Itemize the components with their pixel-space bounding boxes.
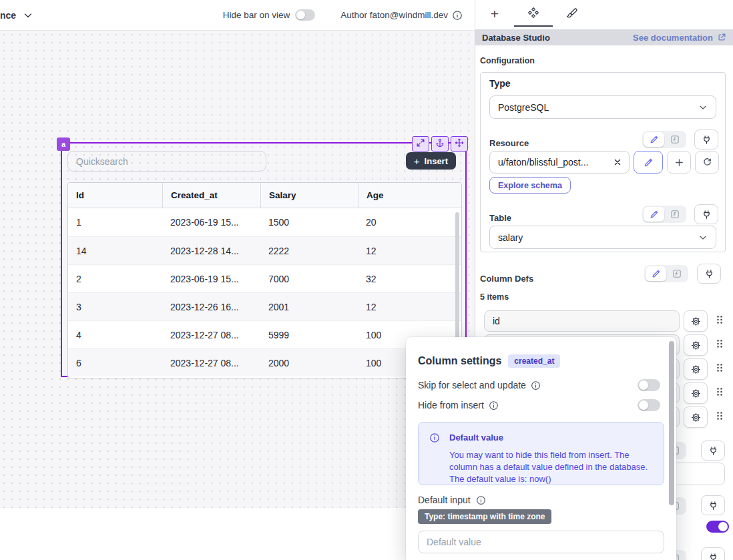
- table-cell: 2: [68, 265, 162, 292]
- external-link-icon: [717, 33, 726, 42]
- column-header[interactable]: Id: [68, 183, 162, 208]
- eval-mode-button[interactable]: [664, 132, 685, 147]
- info-icon[interactable]: [452, 10, 463, 21]
- table-row[interactable]: 22023-06-19 15...700032: [68, 264, 461, 292]
- tab-insert-component[interactable]: +: [475, 0, 514, 27]
- table-row[interactable]: 12023-06-19 15...150020: [68, 208, 461, 236]
- column-header[interactable]: Created_at: [162, 183, 260, 208]
- table-select[interactable]: salary: [489, 226, 716, 249]
- info-icon[interactable]: [489, 400, 499, 410]
- plug-icon: [708, 501, 718, 511]
- table-cell: 2023-06-19 15...: [162, 265, 260, 292]
- column-def-input[interactable]: id: [484, 310, 680, 332]
- data-table: IdCreated_atSalaryAge 12023-06-19 15...1…: [67, 182, 462, 378]
- connect-button[interactable]: [701, 441, 725, 461]
- grip-icon: [714, 338, 725, 349]
- quicksearch-input[interactable]: [67, 151, 266, 172]
- edit-resource-button[interactable]: [634, 151, 663, 174]
- table-label: Table: [489, 213, 511, 223]
- drag-handle[interactable]: [714, 362, 725, 376]
- expand-button[interactable]: [412, 136, 429, 152]
- component-id-tag[interactable]: a: [57, 137, 70, 151]
- static-mode-button[interactable]: [644, 132, 664, 147]
- modal-scrollbar[interactable]: [669, 341, 674, 505]
- info-icon[interactable]: [476, 495, 486, 505]
- drag-handle[interactable]: [714, 410, 725, 424]
- component-controls: [412, 136, 468, 152]
- chevron-down-icon: [698, 103, 708, 112]
- table-row[interactable]: 62023-12-27 08...2000100: [68, 348, 461, 376]
- connect-button[interactable]: [701, 495, 725, 515]
- author-label: Author faton@windmill.dev: [340, 10, 448, 20]
- hide-from-insert-toggle[interactable]: [638, 399, 660, 411]
- table-row[interactable]: 142023-12-28 14...222212: [68, 236, 461, 264]
- see-documentation-link[interactable]: See documentation: [633, 33, 726, 43]
- eval-mode-button[interactable]: [664, 207, 685, 222]
- resource-mode-group: [642, 131, 686, 148]
- column-header[interactable]: Age: [358, 183, 461, 208]
- app-name-menu[interactable]: nce: [0, 10, 33, 21]
- static-mode-button[interactable]: [646, 266, 666, 281]
- coldefs-connect-button[interactable]: [697, 264, 721, 284]
- add-resource-button[interactable]: [667, 151, 691, 174]
- column-header[interactable]: Salary: [260, 183, 358, 208]
- plug-icon: [702, 135, 712, 145]
- clear-icon[interactable]: [613, 158, 622, 167]
- resource-input[interactable]: u/faton/blissful_post...: [489, 151, 630, 174]
- anchor-button[interactable]: [431, 136, 449, 152]
- refresh-resource-button[interactable]: [695, 151, 719, 174]
- resource-value: u/faton/blissful_post...: [498, 157, 613, 168]
- table-cell: 3: [68, 293, 162, 320]
- type-select[interactable]: PostgreSQL: [489, 95, 716, 119]
- table-connect-button[interactable]: [694, 204, 718, 224]
- table-cell: 2023-06-19 15...: [162, 208, 260, 236]
- hide-bar-label: Hide bar on view: [223, 10, 290, 20]
- eval-mode-button[interactable]: [666, 266, 687, 281]
- fx-icon: [672, 269, 682, 278]
- skip-select-update-toggle[interactable]: [638, 379, 660, 391]
- plus-icon: +: [414, 156, 420, 167]
- column-settings-button[interactable]: [684, 334, 708, 356]
- move-button[interactable]: [451, 136, 468, 152]
- static-mode-button[interactable]: [644, 207, 664, 222]
- tab-styling[interactable]: [553, 0, 591, 27]
- type-select-value: PostgreSQL: [498, 102, 549, 113]
- plug-icon: [702, 210, 712, 220]
- drag-handle[interactable]: [714, 314, 725, 328]
- refresh-icon: [702, 158, 712, 168]
- table-row[interactable]: 32023-12-26 16...200112: [68, 292, 461, 320]
- drag-handle[interactable]: [714, 386, 725, 400]
- hide-bar-toggle[interactable]: [295, 9, 315, 21]
- table-cell: 32: [358, 265, 461, 292]
- editor-canvas[interactable]: a + Insert IdCreated_atSalaryAge 12023-0…: [0, 31, 475, 508]
- default-value-input[interactable]: [418, 531, 664, 553]
- chevron-down-icon[interactable]: [23, 10, 33, 21]
- resource-connect-button[interactable]: [694, 129, 718, 150]
- column-type-badge: Type: timestamp with time zone: [418, 509, 551, 524]
- panel-section-header: Database Studio See documentation: [475, 29, 733, 45]
- components-icon: [527, 7, 539, 19]
- table-row[interactable]: 42023-12-27 08...5999100: [68, 320, 461, 348]
- connect-button[interactable]: [701, 547, 725, 560]
- doc-link-label: See documentation: [633, 33, 713, 43]
- coldefs-mode-group: [644, 265, 688, 282]
- drag-handle[interactable]: [714, 338, 725, 352]
- table-cell: 2023-12-26 16...: [162, 293, 260, 320]
- insert-button-label: Insert: [425, 156, 448, 166]
- explore-schema-button[interactable]: Explore schema: [489, 177, 571, 194]
- column-settings-button[interactable]: [684, 358, 708, 380]
- tab-component-settings[interactable]: [514, 0, 553, 27]
- column-settings-button[interactable]: [684, 310, 708, 332]
- brush-icon: [566, 7, 578, 19]
- table-cell: 12: [358, 237, 461, 264]
- insert-button[interactable]: + Insert: [406, 152, 456, 170]
- panel-tabs: +: [475, 0, 733, 27]
- column-settings-button[interactable]: [684, 406, 708, 428]
- column-settings-button[interactable]: [684, 382, 708, 404]
- table-header: IdCreated_atSalaryAge: [68, 183, 461, 208]
- info-icon[interactable]: [531, 380, 541, 390]
- config-toggle-on[interactable]: [706, 521, 729, 533]
- table-cell: 20: [358, 208, 461, 236]
- grip-icon: [714, 314, 725, 325]
- fx-icon: [670, 135, 680, 144]
